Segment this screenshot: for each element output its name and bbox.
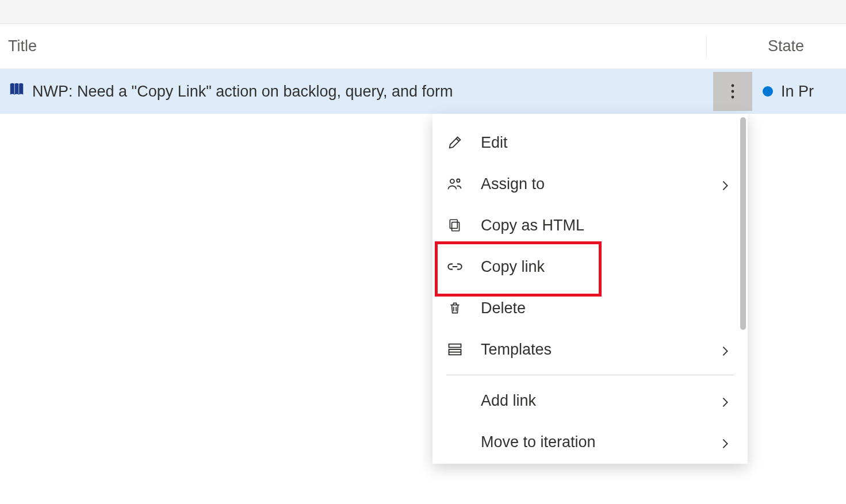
column-header-state[interactable]: State — [706, 35, 846, 58]
column-header-title[interactable]: Title — [0, 37, 706, 55]
chevron-right-icon — [719, 178, 730, 190]
blank-icon — [446, 433, 464, 451]
svg-point-4 — [457, 179, 460, 182]
work-item-type-icon — [8, 81, 25, 102]
svg-point-0 — [732, 84, 734, 87]
edit-icon — [446, 134, 464, 151]
menu-item-label: Delete — [481, 299, 730, 317]
menu-item-label: Templates — [481, 341, 702, 359]
chevron-right-icon — [719, 344, 730, 355]
work-item-row[interactable]: NWP: Need a "Copy Link" action on backlo… — [0, 69, 846, 114]
context-menu: Edit Assign to Copy as HTML Copy link De… — [432, 114, 748, 464]
work-item-title-text: NWP: Need a "Copy Link" action on backlo… — [32, 83, 453, 101]
work-item-state-text: In Pr — [781, 83, 814, 101]
menu-item-templates[interactable]: Templates — [432, 329, 748, 370]
svg-point-2 — [732, 96, 734, 99]
link-icon — [446, 258, 464, 275]
menu-item-label: Copy link — [481, 258, 730, 276]
menu-item-assign-to[interactable]: Assign to — [432, 163, 748, 205]
svg-rect-7 — [449, 344, 461, 348]
chevron-right-icon — [719, 395, 730, 406]
svg-rect-5 — [452, 222, 460, 231]
work-item-state-cell: In Pr — [753, 83, 846, 101]
work-item-title-cell[interactable]: NWP: Need a "Copy Link" action on backlo… — [0, 81, 706, 102]
menu-item-label: Edit — [481, 134, 730, 152]
chevron-right-icon — [719, 436, 730, 448]
menu-item-label: Add link — [481, 392, 702, 410]
menu-item-delete[interactable]: Delete — [432, 287, 748, 329]
column-header-row: Title State — [0, 24, 846, 69]
people-icon — [446, 175, 464, 193]
copy-icon — [446, 217, 464, 234]
menu-divider — [446, 375, 734, 375]
blank-icon — [446, 392, 464, 409]
menu-item-copy-link[interactable]: Copy link — [432, 246, 748, 287]
menu-item-label: Copy as HTML — [481, 217, 730, 234]
menu-item-label: Assign to — [481, 175, 702, 193]
svg-point-1 — [732, 90, 734, 93]
more-actions-button[interactable] — [713, 72, 752, 111]
menu-item-copy-html[interactable]: Copy as HTML — [432, 205, 748, 246]
svg-point-3 — [450, 179, 454, 183]
menu-item-edit[interactable]: Edit — [432, 122, 748, 163]
menu-item-label: Move to iteration — [481, 433, 702, 451]
trash-icon — [446, 299, 464, 317]
templates-icon — [446, 341, 464, 358]
state-indicator-dot — [763, 86, 773, 97]
svg-rect-6 — [450, 220, 457, 228]
toolbar-strip — [0, 0, 846, 24]
menu-item-add-link[interactable]: Add link — [432, 380, 748, 421]
menu-item-move-to-iteration[interactable]: Move to iteration — [432, 421, 748, 463]
more-vertical-icon — [731, 83, 734, 99]
